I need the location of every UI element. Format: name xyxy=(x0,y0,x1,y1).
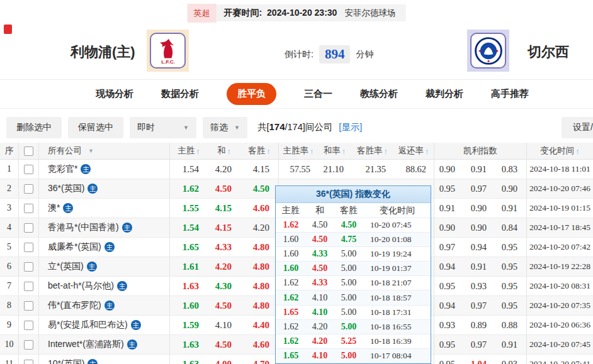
row-number: 6 xyxy=(0,257,19,276)
row-checkbox[interactable] xyxy=(24,360,33,364)
row-checkbox[interactable] xyxy=(24,262,33,272)
keep-selected-button[interactable]: 保留选中 xyxy=(68,117,123,138)
company-name[interactable]: 10*(英国) xyxy=(48,358,84,364)
row-number: 8 xyxy=(0,296,19,315)
home-odds: 1.62 xyxy=(170,179,208,198)
chevron-down-icon: ▼ xyxy=(234,124,240,131)
row-number: 7 xyxy=(0,277,19,295)
away-team-logo xyxy=(467,30,509,72)
popup-draw-odds: 4.50 xyxy=(306,263,334,273)
sort-change-time[interactable]: 变化时间↑ xyxy=(527,143,593,159)
company-name[interactable]: 威廉希*(英国) xyxy=(48,241,101,253)
company-name[interactable]: 澳* xyxy=(48,202,60,214)
away-odds: 4.20 xyxy=(240,218,279,237)
tab-data-analysis[interactable]: 数据分析 xyxy=(161,88,199,100)
company-name[interactable]: 36*(英国) xyxy=(48,183,84,194)
away-odds: 4.60 xyxy=(240,199,279,218)
company-cell[interactable]: bet-at-h*(马尔他)主 xyxy=(39,277,170,295)
select-all-checkbox[interactable] xyxy=(24,146,33,156)
row-checkbox[interactable] xyxy=(24,243,33,252)
popup-change-time: 10-18 17:31 xyxy=(364,307,431,317)
row-checkbox[interactable] xyxy=(24,165,33,174)
company-name[interactable]: 竞彩官* xyxy=(48,163,77,175)
home-team-name: 利物浦(主) xyxy=(71,43,135,62)
company-name[interactable]: Interwet*(塞浦路斯) xyxy=(48,339,124,350)
row-checkbox[interactable] xyxy=(24,184,33,194)
kelly-index: 0.95 xyxy=(434,277,464,295)
tab-live-analysis[interactable]: 现场分析 xyxy=(96,88,133,100)
company-name[interactable]: 香港马*(中国香港) xyxy=(48,222,119,233)
tab-win-draw-lose[interactable]: 胜平负 xyxy=(227,83,276,105)
popup-change-time: 10-17 08:04 xyxy=(364,351,431,361)
popup-change-time: 10-18 18:57 xyxy=(364,293,431,303)
change-time: 2024-10-20 07:42 xyxy=(527,238,593,256)
company-cell[interactable]: 伟*(直布罗陀)主 xyxy=(39,296,170,315)
popup-home-odds: 1.62 xyxy=(276,220,306,230)
home-page-badge-icon: 主 xyxy=(117,281,127,291)
home-odds: 1.54 xyxy=(170,218,208,237)
row-checkbox[interactable] xyxy=(24,204,33,213)
company-cell[interactable]: 10*(英国)主 xyxy=(39,355,170,364)
popup-home-odds: 1.60 xyxy=(276,249,306,259)
company-cell[interactable]: Interwet*(塞浦路斯)主 xyxy=(39,335,170,354)
popup-history-row: 1.624.335.0010-18 21:07 xyxy=(276,276,431,290)
popup-away-odds: 5.00 xyxy=(334,322,364,332)
header-company[interactable]: 所有公司▼ xyxy=(39,143,170,159)
settings-button[interactable]: 设置/选择 xyxy=(562,117,593,138)
company-cell[interactable]: 香港马*(中国香港)主 xyxy=(39,218,170,237)
sort-draw-odds[interactable]: 和↑ xyxy=(208,143,240,159)
change-time: 2024-10-19 22:28 xyxy=(527,257,593,276)
kelly-index: 0.83 xyxy=(495,160,527,179)
company-cell[interactable]: 立*(英国)主 xyxy=(39,257,170,276)
company-cell[interactable]: 36*(英国)主 xyxy=(39,179,170,198)
row-checkbox[interactable] xyxy=(24,282,33,291)
company-cell[interactable]: 竞彩官*主 xyxy=(39,160,170,179)
sort-return-rate[interactable]: 返还率↑ xyxy=(393,143,434,159)
odds-mode-dropdown[interactable]: 即时 ▼ xyxy=(130,117,196,138)
row-number: 9 xyxy=(0,316,19,334)
kelly-index: 0.91 xyxy=(434,199,464,218)
sort-up-icon: ↑ xyxy=(227,146,232,156)
sort-draw-rate[interactable]: 和率↑ xyxy=(318,143,351,159)
popup-away-odds: 5.00 xyxy=(334,351,364,361)
home-odds: 1.54 xyxy=(170,160,208,179)
row-number: 5 xyxy=(0,238,19,256)
row-checkbox[interactable] xyxy=(24,223,33,233)
row-select-cell xyxy=(19,199,39,218)
draw-odds: 4.50 xyxy=(208,335,240,354)
company-name[interactable]: 伟*(直布罗陀) xyxy=(48,300,101,311)
tab-coach-analysis[interactable]: 教练分析 xyxy=(360,88,398,100)
company-cell[interactable]: 易*(安提瓜和巴布达)主 xyxy=(39,316,170,334)
filter-dropdown[interactable]: 筛选 ▼ xyxy=(203,117,247,138)
row-checkbox[interactable] xyxy=(24,301,33,311)
draw-odds: 4.20 xyxy=(208,257,240,276)
row-select-cell xyxy=(19,335,39,354)
company-name[interactable]: bet-at-h*(马尔他) xyxy=(48,280,114,292)
sort-home-odds[interactable]: 主胜↑ xyxy=(170,143,208,159)
popup-history-row: 1.654.105.0010-17 08:04 xyxy=(276,349,431,363)
company-name[interactable]: 立*(英国) xyxy=(48,261,84,272)
tab-referee-analysis[interactable]: 裁判分析 xyxy=(426,88,463,100)
home-page-badge-icon: 主 xyxy=(81,164,91,174)
row-number: 1 xyxy=(0,160,19,179)
row-checkbox[interactable] xyxy=(24,321,33,330)
delete-selected-button[interactable]: 删除选中 xyxy=(6,117,62,138)
sort-home-rate[interactable]: 主胜率↑ xyxy=(279,143,318,159)
company-cell[interactable]: 澳*主 xyxy=(39,199,170,218)
sort-away-rate[interactable]: 客胜率↑ xyxy=(351,143,393,159)
popup-draw-odds: 4.10 xyxy=(306,307,334,317)
show-link[interactable]: [显示] xyxy=(339,121,362,133)
away-odds: 4.80 xyxy=(240,238,279,256)
popup-away-odds: 5.00 xyxy=(334,307,364,317)
sort-away-odds[interactable]: 客胜↑ xyxy=(240,143,279,159)
change-time: 2024-10-20 06:36 xyxy=(527,316,593,334)
popup-draw-odds: 4.50 xyxy=(306,234,334,245)
tab-expert-picks[interactable]: 高手推荐 xyxy=(491,88,529,100)
row-checkbox[interactable] xyxy=(24,340,33,350)
tab-three-in-one[interactable]: 三合一 xyxy=(304,88,332,100)
company-cell[interactable]: 威廉希*(英国)主 xyxy=(39,238,170,256)
popup-away-odds: 5.00 xyxy=(334,263,364,273)
kickoff-value: 2024-10-20 23:30 xyxy=(267,8,337,18)
company-name[interactable]: 易*(安提瓜和巴布达) xyxy=(48,319,128,331)
home-page-badge-icon: 主 xyxy=(104,301,115,311)
